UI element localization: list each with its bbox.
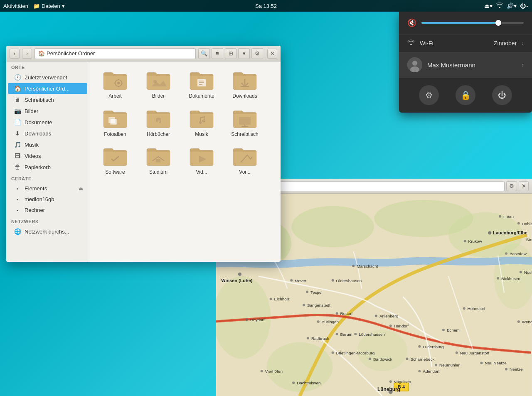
search-button[interactable]: 🔍 <box>198 48 210 59</box>
svg-text:Vögelsen: Vögelsen <box>394 379 411 384</box>
svg-rect-19 <box>156 159 160 162</box>
svg-point-65 <box>418 345 421 348</box>
desktop-icon: 🖥 <box>14 96 21 103</box>
sidebar-item-medion[interactable]: ▪ medion16gb <box>8 194 87 204</box>
power-action-button[interactable]: ⏻ <box>492 85 512 105</box>
sidebar-item-rechner[interactable]: ▪ Rechner <box>8 205 87 215</box>
svg-text:Sangenstedt: Sangenstedt <box>307 303 330 307</box>
svg-text:Stre...: Stre... <box>526 237 532 242</box>
files-dropdown-icon: ▾ <box>62 3 65 9</box>
svg-text:Bardowick: Bardowick <box>373 357 392 362</box>
sidebar-label-home: Persönlicher Ord... <box>25 86 69 92</box>
sidebar-label-medion: medion16gb <box>25 196 54 202</box>
settings-action-icon: ⚙ <box>425 90 433 100</box>
svg-text:Arlienberg: Arlienberg <box>379 314 398 318</box>
sidebar-item-videos[interactable]: 🎞 Videos <box>8 150 87 161</box>
trash-icon: 🗑 <box>14 164 21 170</box>
volume-slider-track[interactable] <box>421 22 524 24</box>
sidebar-label-desktop: Schreibtisch <box>25 97 54 103</box>
sidebar-label-documents: Dokumente <box>25 119 52 125</box>
videos-icon: 🎞 <box>14 152 21 159</box>
eject-elements-icon[interactable]: ⏏ <box>79 186 83 192</box>
sidebar-item-home[interactable]: 🏠 Persönlicher Ord... <box>8 83 87 94</box>
sidebar-label-pictures: Bilder <box>25 108 38 114</box>
settings-button[interactable]: ⚙ <box>251 48 263 59</box>
sidebar-item-elements[interactable]: ▪ Elements ⏏ <box>8 183 87 194</box>
svg-text:Neu Neetze: Neu Neetze <box>485 361 507 365</box>
folder-bilder-icon <box>146 70 171 91</box>
folder-fotoalben-icon <box>103 108 128 130</box>
folder-hoerbuecher[interactable]: Hörbücher <box>138 105 179 141</box>
recent-icon: 🕐 <box>14 74 21 81</box>
map-gear-button[interactable]: ⚙ <box>506 181 517 191</box>
back-button[interactable]: ‹ <box>10 49 20 59</box>
svg-text:Dachtmissen: Dachtmissen <box>297 381 320 385</box>
sidebar-item-trash[interactable]: 🗑 Papierkorb <box>8 162 87 172</box>
folder-fotoalben[interactable]: Fotoalben <box>94 105 136 141</box>
topbar-left: Aktivitäten 📁 Dateien ▾ <box>3 3 65 9</box>
wifi-icon[interactable] <box>496 2 503 10</box>
user-name-label: Max Mustermann <box>427 61 517 69</box>
settings-action-button[interactable]: ⚙ <box>419 85 439 105</box>
lock-action-button[interactable]: 🔒 <box>456 85 475 105</box>
sort-button[interactable]: ▾ <box>238 48 250 59</box>
svg-point-104 <box>480 362 483 364</box>
folder-videos2[interactable]: Vor... <box>224 143 266 179</box>
folder-dokumente[interactable]: Dokumente <box>181 66 222 103</box>
folder-fotoalben-label: Fotoalben <box>104 131 126 138</box>
sidebar-item-downloads[interactable]: ⬇ Downloads <box>8 128 87 139</box>
sidebar-item-music[interactable]: 🎵 Musik <box>8 139 87 150</box>
svg-text:Krukow: Krukow <box>468 239 483 244</box>
folder-bilder[interactable]: Bilder <box>138 66 179 103</box>
volume-slider-thumb <box>495 20 501 26</box>
power-icon[interactable]: ⏻▾ <box>520 2 529 9</box>
map-close-button[interactable]: ✕ <box>519 181 529 191</box>
svg-point-37 <box>238 273 241 276</box>
eject-icon[interactable]: ⏏▾ <box>484 2 493 9</box>
sidebar-item-pictures[interactable]: 📷 Bilder <box>8 106 87 116</box>
svg-point-91 <box>505 252 507 255</box>
activities-button[interactable]: Aktivitäten <box>3 3 28 9</box>
folder-arbeit[interactable]: Arbeit <box>94 66 136 103</box>
list-view-button[interactable]: ≡ <box>212 48 223 59</box>
svg-point-81 <box>463 307 466 310</box>
breadcrumb-label: Persönlicher Ordner <box>47 50 95 57</box>
svg-text:Lüneburg: Lüneburg <box>377 386 400 392</box>
folder-software[interactable]: Software <box>94 143 136 179</box>
svg-point-59 <box>332 279 334 282</box>
sound-icon[interactable]: 🔊▾ <box>507 2 517 9</box>
svg-point-110 <box>292 381 295 384</box>
sidebar-item-desktop[interactable]: 🖥 Schreibtisch <box>8 94 87 105</box>
folder-schreibtisch[interactable]: Schreibtisch <box>224 105 266 141</box>
svg-text:Barum: Barum <box>340 332 352 337</box>
folder-videos1-icon <box>189 146 214 167</box>
close-button[interactable]: ✕ <box>267 49 277 59</box>
svg-point-100 <box>406 358 409 360</box>
wifi-row[interactable]: Wi-Fi Zinnober › <box>399 34 532 52</box>
folder-downloads[interactable]: Downloads <box>224 66 266 103</box>
folder-studium[interactable]: Studium <box>138 143 179 179</box>
folder-arbeit-label: Arbeit <box>108 93 121 100</box>
folder-videos1[interactable]: Vid... <box>181 143 222 179</box>
forward-button[interactable]: › <box>22 49 32 59</box>
folder-videos1-label: Vid... <box>196 169 207 176</box>
sidebar-item-network[interactable]: 🌐 Netzwerk durchs... <box>8 226 87 237</box>
svg-text:Radbruch: Radbruch <box>311 336 329 341</box>
svg-point-35 <box>488 231 491 234</box>
files-menu[interactable]: 📁 Dateien ▾ <box>33 3 65 9</box>
sidebar-item-documents[interactable]: 📄 Dokumente <box>8 117 87 128</box>
svg-point-55 <box>303 304 305 306</box>
grid-view-button[interactable]: ⊞ <box>225 48 236 59</box>
user-row[interactable]: Max Mustermann › <box>399 52 532 78</box>
home-breadcrumb-icon: 🏠 <box>38 50 45 57</box>
svg-text:Handorf: Handorf <box>394 324 409 328</box>
lock-action-icon: 🔒 <box>461 90 471 100</box>
svg-text:Brietlingen-Moorburg: Brietlingen-Moorburg <box>336 351 375 355</box>
topbar: Aktivitäten 📁 Dateien ▾ Sa 13:52 ⏏▾ 🔊▾ ⏻… <box>0 0 532 12</box>
sidebar-item-recent[interactable]: 🕐 Zuletzt verwendet <box>8 72 87 83</box>
folder-musik[interactable]: Musik <box>181 105 222 141</box>
svg-point-15 <box>199 121 202 124</box>
folder-videos2-label: Vor... <box>239 169 250 176</box>
folder-musik-label: Musik <box>195 131 208 138</box>
svg-point-43 <box>336 333 338 335</box>
